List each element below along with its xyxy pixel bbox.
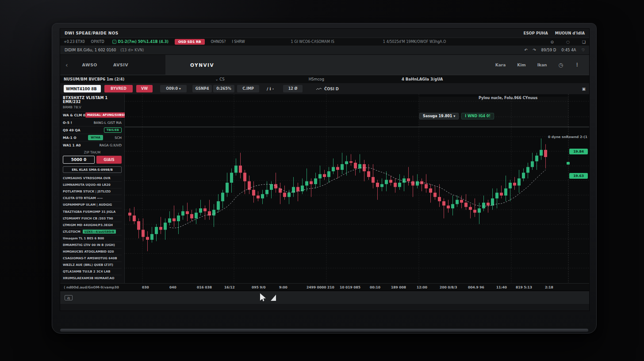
time-axis-label: 189 008 bbox=[391, 285, 406, 289]
list-item-label: WBZLZ AUE (BRL) QUEB LT3T) bbox=[63, 263, 113, 267]
active-tab-zone: OYNVIV Kara Kim Ikan ◷ ⋮ bbox=[165, 55, 589, 75]
list-item[interactable]: QTLA3AMB TU/LB 2 3C4 LAB bbox=[63, 268, 122, 275]
chart-note-label: 0 dyne snRownd 2-(1 bbox=[548, 135, 587, 139]
list-item[interactable]: TBAZTIGBA FUSMOMP 31 JIGLA bbox=[63, 208, 122, 215]
list-item-badge: UZKS—4/auUS80rB bbox=[83, 230, 116, 234]
interval-dropdown[interactable]: O09:0 ▾ bbox=[160, 85, 187, 92]
clock-icon[interactable]: ◷ bbox=[559, 62, 563, 68]
price-badge[interactable]: W?HA bbox=[88, 135, 103, 140]
time-axis-left-text: ⟨ nd0Od.aud/GnOM-9/vamp30 bbox=[64, 285, 119, 289]
list-item-label: LTLGTOCM bbox=[63, 230, 80, 234]
list-item-label: QTLA3AMB TU/LB 2 3C4 LAB bbox=[63, 270, 111, 273]
sell-small-button[interactable]: VW bbox=[136, 85, 153, 92]
time-axis-label: 12:00 bbox=[417, 285, 427, 289]
panel-subtitle: BRMB 78:V bbox=[63, 105, 122, 109]
price-tag-2: 19.63 bbox=[569, 173, 588, 179]
sell-button[interactable]: BYVRED bbox=[104, 85, 133, 92]
list-item[interactable]: CUMSAUHS VTRDSOMA OVR bbox=[63, 175, 122, 181]
nav-link-3[interactable]: Ikan bbox=[537, 63, 547, 67]
back-chevron-icon[interactable]: ‹ bbox=[65, 61, 68, 69]
tool-button-2[interactable]: 0:265% bbox=[213, 85, 234, 92]
list-item-label: TBAZTIGBA FUSMOMP 31 JIGLA bbox=[63, 210, 115, 214]
list-item[interactable]: XRUMSLAEXAM3B HUMAAT.AO bbox=[63, 275, 122, 281]
list-item[interactable]: LTMIGM MD 44UGH4/P3.3EGH bbox=[63, 222, 122, 228]
row2-value: BANG-L GIST RIA bbox=[94, 121, 122, 125]
quote-center-2: 1 4/5025d'M 19MK/OWOF W3hgA.O bbox=[383, 40, 446, 44]
panel-row-3: Q9 49 QA TBIS/EB bbox=[63, 126, 122, 134]
undo-icon[interactable]: ↶ bbox=[524, 48, 527, 52]
time-axis-label: 200 0/8/3 bbox=[440, 285, 457, 289]
time-axis-label: 016 038 bbox=[197, 285, 212, 289]
info-tool[interactable]: ⌄ CS bbox=[215, 77, 224, 81]
time-axis[interactable]: ⟨ nd0Od.aud/GnOM-9/vamp30 030040016 0381… bbox=[60, 283, 589, 291]
time-axis-label: 10 019 085 bbox=[340, 285, 360, 289]
list-item[interactable]: CILOTA OTD RTGAM —— bbox=[63, 195, 122, 201]
tool-button-3[interactable]: C.IMP bbox=[237, 85, 259, 92]
list-item[interactable]: LTGMIAMY FUICH CB /203 T90 bbox=[63, 215, 122, 222]
list-item-label: XRUMSLAEXAM3B HUMAAT.AO bbox=[63, 277, 115, 280]
menu-bar: DIDIM BX.Gi6u, 1 602 0160 (13 d> KVN) ↶ … bbox=[60, 46, 589, 55]
info-right-label: 4 BaHnLAGIa 3/gUA bbox=[402, 77, 443, 81]
indicator-toggle[interactable]: ČOSI D bbox=[316, 87, 339, 91]
submit-order-button[interactable]: GIAIS bbox=[96, 156, 122, 164]
line-indicator-icon bbox=[316, 87, 322, 91]
signal-badge[interactable]: I WND IG4 0! bbox=[461, 113, 494, 119]
panel-toggle-icon[interactable]: ▣ bbox=[582, 87, 586, 91]
panel-title: BTXSHXTZ VLISTAM 1 EMR/232 bbox=[63, 96, 122, 104]
row5-value: RAGA G:IUVD bbox=[100, 143, 122, 147]
list-item-label: LTMIGM MD 44UGH4/P3.3EGH bbox=[63, 223, 113, 227]
tp-badge[interactable]: TBIS/EB bbox=[104, 127, 122, 133]
strategy-button[interactable]: ERL KLAS SMA-S-0998/B bbox=[63, 166, 122, 173]
time-axis-label: 030 bbox=[142, 285, 149, 289]
list-item[interactable]: UGPAMMPUP ULAM | AUDGIG bbox=[63, 201, 122, 208]
tab-2[interactable]: AVSIV bbox=[105, 62, 136, 67]
time-axis-label: 040 bbox=[169, 285, 176, 289]
chart-legend: Pylou nucle, Folu.966 CYnuus bbox=[479, 96, 537, 100]
heart-icon[interactable]: ♡ bbox=[581, 48, 585, 52]
notification-icon[interactable]: ◌ bbox=[566, 40, 570, 44]
panel-row-1: WA & CLM 0 MASSAL: AFUNG/SUBSIDE bbox=[63, 111, 122, 119]
main-area: BTXSHXTZ VLISTAM 1 EMR/232 BRMB 78:V WA … bbox=[60, 94, 589, 283]
quote-bar: +0.23 ETX0 OPXITD ✓ D1-2(7m) 50%1.41B (4… bbox=[60, 38, 589, 46]
tab-active[interactable]: OYNVIV bbox=[190, 62, 214, 68]
margin-badge[interactable]: MASSAL: AFUNG/SUBSIDE bbox=[85, 112, 130, 118]
bottom-strip bbox=[60, 304, 589, 311]
list-item[interactable]: Umaqam TL 1 BES 6 B00 bbox=[63, 235, 122, 242]
kebab-menu-icon[interactable]: ⋮ bbox=[575, 62, 579, 68]
mini-chart-icon[interactable]: ZJ bbox=[65, 295, 73, 300]
list-item[interactable]: POTLATIMB STUCK | JSTLIZO bbox=[63, 188, 122, 195]
price-alert-badge[interactable]: Sasuga 19.801 ▾ bbox=[419, 113, 459, 119]
symbol-search-input[interactable] bbox=[64, 85, 101, 92]
time-axis-label: 2499 0000 210 bbox=[307, 285, 334, 289]
list-item[interactable]: WBZLZ AUE (BRL) QUEB LT3T) bbox=[63, 261, 122, 268]
resize-cursor-icon bbox=[271, 295, 276, 301]
nav-link-1[interactable]: Kara bbox=[495, 63, 506, 67]
list-item-label: LTGMIAMY FUICH CB /203 T90 bbox=[63, 217, 113, 220]
quote-label-4: I SHRW bbox=[232, 40, 245, 44]
candlestick-chart[interactable]: Pylou nucle, Folu.966 CYnuus Sasuga 19.8… bbox=[125, 94, 589, 283]
indicator-label: ČOSI D bbox=[324, 87, 339, 91]
chart-canvas bbox=[125, 94, 589, 283]
title-bar: DWI SPEAE/PAIDE NOS ESOP PUHA MUOUN d'Id… bbox=[60, 29, 589, 38]
list-item[interactable]: HIMOAUCBS ATOGLAMBID 020 bbox=[63, 248, 122, 255]
list-item[interactable]: LUMNAMUTA UQUO-40 LR20 bbox=[63, 181, 122, 188]
time-axis-label: 2:18 bbox=[545, 285, 553, 289]
alert-badge[interactable]: OSD SD1 RB bbox=[175, 39, 205, 45]
list-item[interactable]: CSAGIOMAS-T AMSWOTUG 640B bbox=[63, 255, 122, 261]
tool-button-1[interactable]: GSNP4 bbox=[192, 85, 212, 92]
quantity-input[interactable]: 5000 0 bbox=[63, 156, 95, 164]
list-item[interactable]: LTLGTOCMUZKS—4/auUS80rB bbox=[63, 228, 122, 235]
tab-1[interactable]: AWSO bbox=[74, 62, 105, 67]
menu-stat-2: 0:45 4A bbox=[561, 48, 576, 52]
status-icon[interactable]: ⊙ bbox=[551, 40, 554, 44]
tool-button-5[interactable]: 12 Ø bbox=[283, 85, 303, 92]
panel-row-4: MA-1 O W?HA SCH bbox=[63, 134, 122, 141]
redo-icon[interactable]: ↷ bbox=[533, 48, 536, 52]
drawing-tools[interactable]: ∕ i · bbox=[267, 87, 274, 91]
list-item[interactable]: DMIAMSTIG LTIV 00 IN B (UGH) bbox=[63, 242, 122, 248]
row4-suffix: SCH bbox=[115, 136, 122, 140]
window-icon[interactable]: ❏ bbox=[582, 40, 586, 44]
nav-link-2[interactable]: Kim bbox=[517, 63, 525, 67]
panel-row-2: O-5 ! BANG-L GIST RIA bbox=[63, 119, 122, 126]
menu-stat-1: 89/59 D bbox=[541, 48, 556, 52]
